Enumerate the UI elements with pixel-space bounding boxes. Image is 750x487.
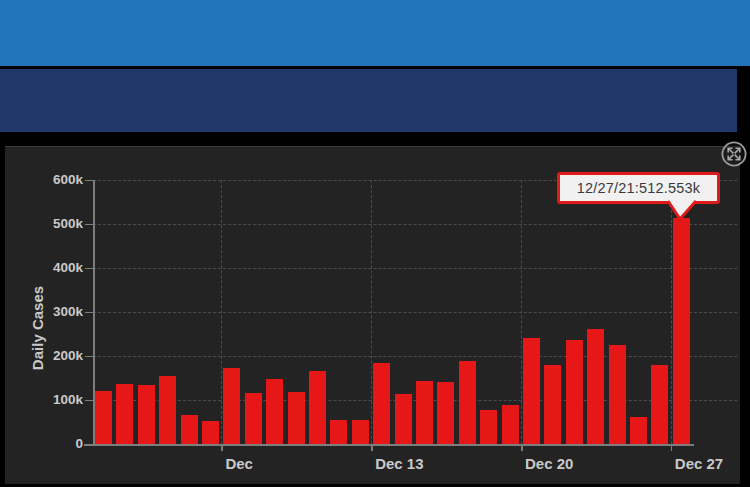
y-tick-label: 300k (23, 304, 83, 319)
chart-bar[interactable] (288, 392, 305, 444)
y-tick-label: 500k (23, 216, 83, 231)
nav-bar (0, 69, 737, 132)
y-tick-label: 200k (23, 348, 83, 363)
chart-bar[interactable] (459, 361, 476, 444)
y-tick-mark (85, 180, 93, 182)
chart-bar[interactable] (587, 329, 604, 444)
app-screen: Daily Cases 0100k200k300k400k500k600kDec… (0, 0, 750, 487)
chart-bar[interactable] (309, 371, 326, 444)
chart-bar[interactable] (630, 417, 647, 444)
x-tick-label: Dec 20 (525, 455, 573, 472)
chart-bar[interactable] (245, 393, 262, 444)
chart-bar[interactable] (480, 410, 497, 444)
y-tick-label: 400k (23, 260, 83, 275)
chart-bar[interactable] (523, 338, 540, 444)
chart-bar[interactable] (330, 420, 347, 444)
chart-bar[interactable] (138, 385, 155, 444)
y-tick-label: 100k (23, 392, 83, 407)
chart-bar[interactable] (544, 365, 561, 444)
chart-bar[interactable] (95, 391, 112, 444)
tooltip-text: 12/27/21:512.553k (577, 180, 701, 196)
y-tick-mark (85, 268, 93, 270)
x-tick-label: Dec 27 (675, 455, 723, 472)
chart-bar[interactable] (416, 381, 433, 444)
chart-bar[interactable] (116, 384, 133, 444)
chart-bar[interactable] (159, 376, 176, 444)
chart-bar[interactable] (373, 363, 390, 444)
y-gridline (93, 268, 737, 269)
chart-bar[interactable] (502, 405, 519, 444)
chart-bar[interactable] (395, 394, 412, 444)
chart-panel: Daily Cases 0100k200k300k400k500k600kDec… (5, 146, 740, 484)
y-axis-title: Daily Cases (29, 267, 49, 389)
y-gridline (93, 224, 737, 225)
tooltip-pointer-icon (660, 195, 710, 227)
chart-bar[interactable] (437, 382, 454, 444)
y-tick-mark (85, 400, 93, 402)
chart-bar[interactable] (202, 421, 219, 444)
y-tick-label: 0 (23, 436, 83, 451)
chart-bar[interactable] (352, 420, 369, 444)
chart-bar[interactable] (181, 415, 198, 444)
chart-bar[interactable] (266, 379, 283, 444)
x-gridline (371, 180, 372, 444)
x-tick-label: Dec 13 (375, 455, 423, 472)
chart-bar[interactable] (566, 340, 583, 444)
x-gridline (521, 180, 522, 444)
chart-bar[interactable] (609, 345, 626, 444)
y-gridline (93, 312, 737, 313)
expand-arrows-icon[interactable] (721, 141, 747, 167)
y-tick-mark (85, 224, 93, 226)
y-tick-mark (85, 356, 93, 358)
x-tick-label: Dec (225, 455, 253, 472)
y-gridline (93, 356, 737, 357)
y-gridline (93, 400, 737, 401)
y-tick-label: 600k (23, 172, 83, 187)
x-axis-line (84, 444, 694, 446)
chart-bar[interactable] (673, 218, 690, 444)
chart-bar[interactable] (223, 368, 240, 444)
top-header-bar (0, 0, 750, 66)
chart-bar[interactable] (651, 365, 668, 444)
y-tick-mark (85, 312, 93, 314)
x-gridline (221, 180, 222, 444)
